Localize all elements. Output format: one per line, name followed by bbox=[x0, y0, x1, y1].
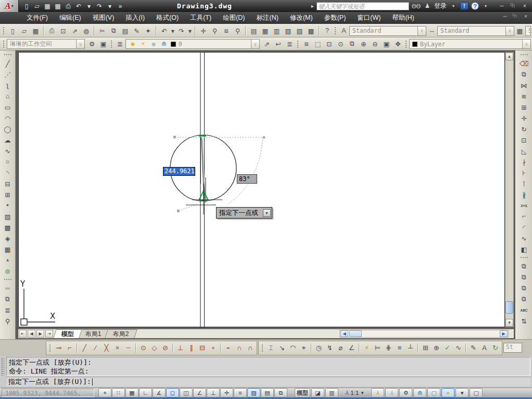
menu-draw[interactable]: 绘图(D) bbox=[217, 12, 250, 24]
revision-cloud-button[interactable]: ☁ bbox=[2, 135, 14, 145]
extend-button[interactable]: ⊦ bbox=[518, 168, 530, 178]
tool-palettes-button[interactable]: ▥ bbox=[271, 25, 282, 36]
tab-nav-next[interactable]: ▶ bbox=[36, 330, 44, 338]
plot-preview-button[interactable]: ⊡ bbox=[58, 25, 69, 36]
chevron-down-icon[interactable]: ∨ bbox=[251, 40, 259, 48]
arc-length-dimension-button[interactable]: ◠ bbox=[287, 342, 298, 354]
grid-display-toggle[interactable]: ▦ bbox=[125, 388, 138, 397]
signin-dropdown-icon[interactable]: ▾ bbox=[449, 2, 458, 10]
snap-none-button[interactable]: ∩ bbox=[234, 342, 245, 354]
doc-close-button[interactable]: × bbox=[521, 12, 531, 20]
status-bar-menu-button[interactable]: ● bbox=[441, 388, 454, 397]
zoom-dynamic-button[interactable]: ⬚ bbox=[312, 39, 323, 49]
dimension-update-button[interactable]: ↻ bbox=[490, 342, 501, 354]
linear-dimension-button[interactable]: ⌶ bbox=[265, 342, 276, 354]
workspace-toolbar-grip[interactable] bbox=[3, 40, 5, 48]
construction-line-button[interactable]: ⋰ bbox=[2, 69, 14, 80]
region-button[interactable]: ◈ bbox=[2, 233, 14, 243]
my-workspace-button[interactable]: ▣ bbox=[98, 39, 109, 49]
undo-button[interactable]: ↶ bbox=[159, 25, 170, 36]
layer-freeze-icon[interactable]: ☀ bbox=[139, 40, 147, 48]
color-toolbar-grip[interactable] bbox=[405, 40, 408, 48]
layer-on-icon[interactable]: ● bbox=[129, 40, 137, 48]
layers-toolbar-grip[interactable] bbox=[110, 40, 113, 48]
menu-dimension[interactable]: 标注(N) bbox=[251, 12, 284, 24]
doc-restore-button[interactable]: □ bbox=[510, 12, 521, 20]
snap-insert-button[interactable]: ⊟ bbox=[197, 342, 208, 354]
osnap-settings-button[interactable]: ∩ bbox=[245, 342, 256, 354]
snap-center-button[interactable]: ⊙ bbox=[138, 342, 149, 354]
tab-layout2[interactable]: 布局2 bbox=[105, 329, 137, 338]
horizontal-scroll-thumb[interactable] bbox=[349, 330, 362, 337]
help-button[interactable]: ? bbox=[322, 25, 333, 36]
undo-button[interactable]: ↶ bbox=[74, 2, 83, 11]
rotate-button[interactable]: ↻ bbox=[518, 124, 530, 134]
redo-dropdown[interactable]: ▾ bbox=[105, 2, 115, 11]
horizontal-scrollbar[interactable]: ◀ ▶ bbox=[339, 330, 509, 338]
zoom-object-button[interactable]: ⧉ bbox=[347, 39, 358, 49]
clean-screen-button[interactable]: ▢ bbox=[470, 388, 483, 397]
create-block-button[interactable]: ⊞ bbox=[2, 189, 14, 200]
move-button[interactable]: ✛ bbox=[518, 113, 530, 123]
status-menu-dropdown[interactable]: ▾ bbox=[455, 388, 468, 397]
copy-button[interactable]: ⧉ bbox=[108, 25, 119, 36]
layer-lock-icon[interactable]: ⋒ bbox=[160, 40, 168, 48]
inspect-dimension-button[interactable]: ✓ bbox=[442, 342, 453, 354]
list-button[interactable]: ≣ bbox=[2, 305, 14, 315]
undo-dropdown[interactable]: ▾ bbox=[84, 2, 94, 11]
restore-button[interactable]: □ bbox=[508, 2, 518, 10]
ortho-mode-toggle[interactable]: ∟ bbox=[139, 388, 152, 397]
layer-viewport-icon[interactable]: ◍ bbox=[149, 40, 158, 48]
zoom-center-button[interactable]: ⊙ bbox=[335, 39, 346, 49]
menu-view[interactable]: 视图(V) bbox=[87, 12, 120, 24]
help-dropdown-icon[interactable]: ▾ bbox=[482, 2, 490, 10]
styles-toolbar-grip[interactable] bbox=[334, 27, 337, 35]
annotation-update-button[interactable]: ⇅ bbox=[518, 316, 530, 326]
new-button[interactable]: ▯ bbox=[7, 25, 18, 36]
infocenter-search-input[interactable] bbox=[316, 2, 409, 10]
publish-button[interactable]: ⇗ bbox=[69, 25, 80, 36]
infocenter-expand-icon[interactable]: ▸ bbox=[311, 3, 314, 9]
layer-control-dropdown[interactable]: ●☀◍⋒ 0 ∨ bbox=[125, 39, 260, 49]
bring-above-objects-button[interactable]: ⧉ bbox=[518, 283, 530, 293]
snap-perpendicular-button[interactable]: ⊥ bbox=[175, 342, 186, 354]
open-button[interactable]: ▱ bbox=[19, 25, 30, 36]
baseline-dimension-button[interactable]: ⊨ bbox=[372, 342, 383, 354]
explode-button[interactable]: ◧ bbox=[518, 244, 530, 254]
toolbar-grip[interactable] bbox=[49, 344, 52, 352]
zoom-extents-button[interactable]: ✥ bbox=[392, 39, 403, 49]
fillet-button[interactable]: ◜ bbox=[518, 222, 530, 233]
snap-nearest-button[interactable]: ⌁ bbox=[223, 342, 234, 354]
toolbar-grip[interactable] bbox=[261, 344, 264, 352]
snap-quadrant-button[interactable]: ◇ bbox=[149, 342, 160, 354]
zoom-window-button[interactable]: ⧈ bbox=[301, 39, 312, 49]
tooltip-options-icon[interactable]: ▾ bbox=[263, 209, 271, 217]
transparency-toggle[interactable]: ▨ bbox=[247, 388, 260, 397]
menu-help[interactable]: 帮助(H) bbox=[386, 12, 420, 24]
command-history[interactable]: 指定下一点或 [放弃(U)]: 命令: LINE 指定第一点: bbox=[6, 357, 530, 376]
dynamic-ucs-toggle[interactable]: ⊥ bbox=[207, 388, 220, 397]
menu-tools[interactable]: 工具(T) bbox=[184, 12, 217, 24]
angular-dimension-button[interactable]: ∠ bbox=[346, 342, 357, 354]
qat-more-button[interactable]: » bbox=[116, 2, 125, 11]
toolbar-grip[interactable] bbox=[4, 54, 12, 56]
layer-properties-manager-button[interactable]: ≣ bbox=[115, 39, 125, 49]
spline-button[interactable]: ∿ bbox=[2, 146, 14, 156]
zoom-all-button[interactable]: ▣ bbox=[381, 39, 392, 49]
quick-dimension-button[interactable]: ⚡ bbox=[361, 342, 372, 354]
quick-view-drawings-button[interactable]: ▥ bbox=[325, 388, 338, 397]
ordinate-dimension-button[interactable]: ⌖ bbox=[298, 342, 309, 354]
sheet-set-manager-button[interactable]: ▧ bbox=[283, 25, 294, 36]
circle-button[interactable]: ◯ bbox=[2, 124, 14, 134]
break-at-point-button[interactable]: ⊺ bbox=[518, 178, 530, 189]
dim-style-dropdown[interactable]: Standard ∨ bbox=[437, 26, 514, 36]
break-button[interactable]: ∦ bbox=[518, 189, 530, 200]
chevron-down-icon[interactable]: ∨ bbox=[76, 40, 84, 48]
send-under-objects-button[interactable]: ⧉ bbox=[518, 294, 530, 304]
scroll-right-icon[interactable]: ▶ bbox=[500, 330, 508, 337]
offset-button[interactable]: ≋ bbox=[518, 91, 530, 101]
jogged-dimension-button[interactable]: ↯ bbox=[324, 342, 335, 354]
vertical-scroll-thumb[interactable] bbox=[505, 301, 513, 314]
markup-set-manager-button[interactable]: ▨ bbox=[294, 25, 305, 36]
annotation-scale-control[interactable]: ⅄ 1:1 ▼ bbox=[343, 388, 367, 397]
